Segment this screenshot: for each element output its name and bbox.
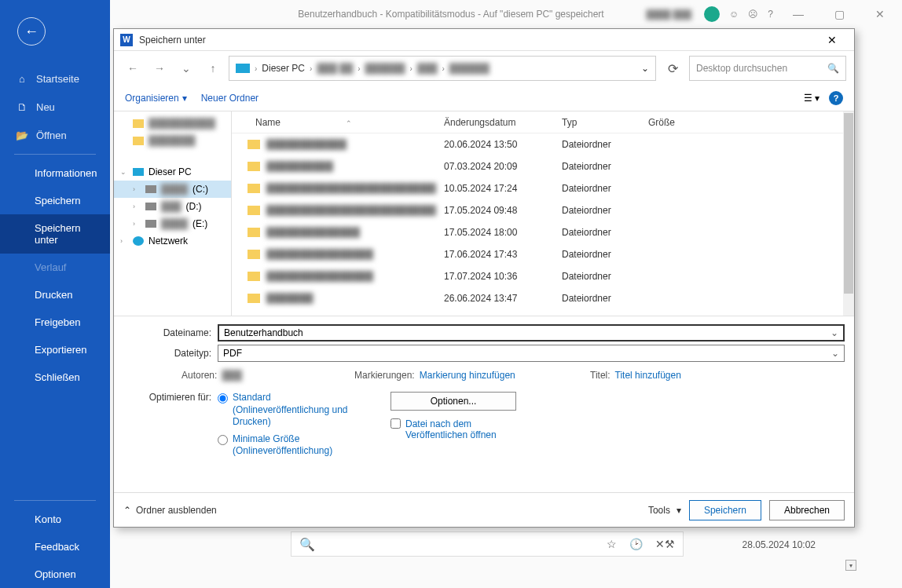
tree-drive-e[interactable]: ›████(E:): [114, 215, 231, 232]
column-name[interactable]: Name ⌃: [232, 117, 436, 128]
scrollbar-track[interactable]: [843, 111, 854, 316]
sidebar-item-optionen[interactable]: Optionen: [0, 561, 110, 588]
options-button[interactable]: Optionen...: [390, 392, 516, 411]
list-row[interactable]: ████████████████17.07.2024 10:36Dateiord…: [232, 265, 854, 287]
sidebar-item-schliessen[interactable]: Schließen: [0, 363, 110, 391]
close-window-button[interactable]: ✕: [864, 2, 896, 26]
list-row[interactable]: ████████████████17.06.2024 17:43Dateiord…: [232, 243, 854, 265]
dialog-help-button[interactable]: ?: [829, 91, 843, 105]
breadcrumb[interactable]: › Dieser PC › ███ ██ › ██████ › ███ › ██…: [229, 56, 656, 81]
expand-icon[interactable]: ›: [133, 203, 141, 210]
sidebar-item-feedback[interactable]: Feedback: [0, 533, 110, 561]
expand-icon[interactable]: ›: [120, 237, 128, 245]
folder-icon: [248, 184, 260, 193]
scroll-down-button[interactable]: ▾: [845, 560, 856, 571]
nav-up-button[interactable]: ↑: [202, 57, 224, 79]
tools-icon[interactable]: ✕⚒: [655, 538, 675, 550]
list-row[interactable]: ███████26.06.2024 13:47Dateiordner: [232, 287, 854, 309]
optimize-minimal-radio[interactable]: Minimale Größe (Onlineveröffentlichung): [218, 433, 359, 458]
authors-value[interactable]: ███: [222, 370, 242, 381]
sidebar-item-startseite[interactable]: ⌂ Startseite: [0, 64, 110, 93]
view-menu[interactable]: ☰ ▾: [804, 93, 820, 104]
breadcrumb-item[interactable]: ██████: [449, 63, 490, 74]
sidebar-item-konto[interactable]: Konto: [0, 506, 110, 533]
radio-input[interactable]: [218, 435, 228, 445]
tree-network[interactable]: ›Netzwerk: [114, 232, 231, 250]
feedback-frown-icon[interactable]: ☹: [748, 9, 758, 20]
sidebar-item-label: Drucken: [35, 289, 72, 301]
close-dialog-button[interactable]: ✕: [816, 31, 848, 49]
title-label: Titel:: [590, 370, 610, 381]
filetype-select[interactable]: PDF ⌄: [218, 345, 845, 362]
sidebar-item-speichern[interactable]: Speichern: [0, 187, 110, 214]
add-title-link[interactable]: Titel hinzufügen: [615, 370, 681, 381]
sidebar-divider: [14, 154, 96, 155]
list-row[interactable]: ███████████████████████████10.05.2024 17…: [232, 177, 854, 199]
dropdown-icon[interactable]: ⌄: [831, 348, 839, 359]
breadcrumb-item[interactable]: ██████: [365, 63, 405, 74]
nav-back-button[interactable]: ←: [122, 57, 144, 79]
sidebar-item-speichern-unter[interactable]: Speichern unter: [0, 214, 110, 254]
column-size[interactable]: Größe: [640, 117, 703, 128]
add-tag-link[interactable]: Markierung hinzufügen: [420, 370, 515, 381]
tree-this-pc[interactable]: ⌄Dieser PC: [114, 163, 231, 181]
file-type: Dateiordner: [554, 161, 640, 172]
sidebar-item-informationen[interactable]: Informationen: [0, 159, 110, 187]
folder-icon: [248, 294, 260, 303]
open-after-publish-checkbox[interactable]: Datei nach dem Veröffentlichen öffnen: [390, 418, 516, 440]
tree-folder[interactable]: ███████: [114, 132, 231, 149]
feedback-smile-icon[interactable]: ☺: [729, 9, 739, 20]
breadcrumb-pc[interactable]: Dieser PC: [262, 63, 305, 74]
tree-folder[interactable]: ██████████: [114, 115, 231, 132]
expand-icon[interactable]: ›: [133, 220, 141, 228]
help-icon[interactable]: ?: [768, 9, 773, 20]
refresh-button[interactable]: ⟳: [661, 57, 684, 80]
column-type[interactable]: Typ: [554, 117, 640, 128]
maximize-button[interactable]: ▢: [823, 2, 855, 26]
file-date: 10.05.2024 17:24: [436, 183, 554, 194]
breadcrumb-dropdown-icon[interactable]: ⌄: [641, 63, 649, 74]
backstage-sidebar: ← ⌂ Startseite 🗋 Neu 📂 Öffnen Informatio…: [0, 0, 110, 588]
optimize-standard-radio[interactable]: Standard (Onlineveröffentlichung und Dru…: [218, 392, 359, 429]
list-row[interactable]: ██████████07.03.2024 20:09Dateiordner: [232, 155, 854, 177]
sidebar-item-oeffnen[interactable]: 📂 Öffnen: [0, 121, 110, 149]
search-icon: 🔍: [827, 63, 839, 74]
dropdown-icon[interactable]: ⌄: [830, 327, 838, 338]
checkbox-input[interactable]: [390, 418, 401, 429]
sidebar-item-neu[interactable]: 🗋 Neu: [0, 93, 110, 121]
scrollbar-thumb[interactable]: [844, 113, 853, 294]
list-row[interactable]: ██████████████17.05.2024 18:00Dateiordne…: [232, 221, 854, 243]
cancel-button[interactable]: Abbrechen: [769, 500, 845, 520]
sidebar-item-label: Freigeben: [35, 316, 81, 328]
list-row[interactable]: ██████████████████████████17.05.2024 09:…: [232, 199, 854, 221]
expand-icon[interactable]: ⌄: [120, 168, 128, 176]
sidebar-item-exportieren[interactable]: Exportieren: [0, 336, 110, 363]
tree-drive-c[interactable]: ›████(C:): [114, 181, 231, 198]
status-search-icon[interactable]: 🔍: [299, 537, 315, 552]
new-folder-button[interactable]: Neuer Ordner: [201, 93, 258, 104]
radio-input[interactable]: [218, 393, 228, 404]
user-avatar[interactable]: [704, 6, 720, 22]
tree-drive-d[interactable]: ›███(D:): [114, 198, 231, 215]
word-window: Benutzerhandbuch - Kompatibilitätsmodus …: [0, 0, 902, 588]
filename-input[interactable]: Benutzerhandbuch ⌄: [218, 324, 845, 341]
organize-menu[interactable]: Organisieren ▾: [125, 93, 187, 104]
search-input[interactable]: Desktop durchsuchen 🔍: [689, 56, 846, 81]
favorite-icon[interactable]: ☆: [607, 538, 617, 550]
back-button[interactable]: ←: [17, 17, 46, 46]
save-button[interactable]: Speichern: [689, 500, 761, 520]
nav-forward-button[interactable]: →: [148, 57, 170, 79]
breadcrumb-item[interactable]: ███ ██: [317, 63, 353, 74]
nav-recent-button[interactable]: ⌄: [175, 57, 197, 79]
column-date[interactable]: Änderungsdatum: [436, 117, 554, 128]
history-icon[interactable]: 🕑: [629, 538, 643, 550]
hide-folders-button[interactable]: ⌃ Ordner ausblenden: [123, 505, 217, 516]
list-row[interactable]: ████████████20.06.2024 13:50Dateiordner: [232, 133, 854, 155]
sidebar-item-drucken[interactable]: Drucken: [0, 281, 110, 309]
sidebar-item-freigeben[interactable]: Freigeben: [0, 309, 110, 336]
minimize-button[interactable]: —: [783, 2, 814, 26]
expand-icon[interactable]: ›: [133, 185, 141, 193]
folder-icon: [248, 140, 260, 149]
breadcrumb-item[interactable]: ███: [417, 63, 438, 74]
tools-menu[interactable]: Tools ▾: [648, 505, 681, 516]
